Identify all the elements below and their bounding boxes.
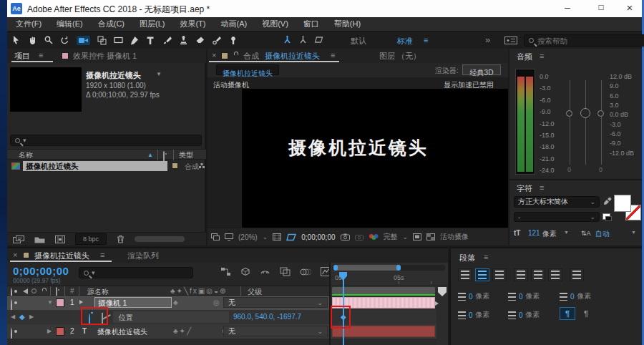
shy-layers-icon[interactable] (260, 268, 270, 276)
switches-column-icons[interactable]: ♣✦╲fx▣◎◒⊕ (170, 287, 227, 295)
motion-blur-icon[interactable] (300, 268, 311, 276)
renderer-button[interactable]: 经典3D (462, 64, 501, 75)
pen-tool[interactable] (130, 36, 139, 45)
align-center-button[interactable] (475, 268, 489, 281)
help-search-box[interactable] (524, 34, 644, 47)
preview-timecode[interactable]: 0;00;00;00 (301, 233, 335, 241)
comp-marker-bin-icon[interactable] (438, 287, 447, 296)
workspace-switcher-icon[interactable] (504, 37, 517, 44)
font-size-dropdown-arrow[interactable]: ▼ (564, 230, 569, 235)
work-area-bar[interactable] (332, 287, 435, 294)
sort-ascending-icon[interactable]: ▲ (147, 152, 153, 158)
mask-visibility-icon[interactable] (286, 233, 296, 241)
keyframe-next-icon[interactable]: ▶ (29, 314, 34, 320)
space-after-value[interactable]: 0 (519, 311, 523, 319)
monitor-icon[interactable] (225, 233, 233, 240)
property-row-position[interactable]: ◀ ◆ ▶ 位置 960.0, 540.0, -1697.7 (7, 310, 331, 324)
menu-item-view[interactable]: 视图(V) (262, 19, 288, 29)
keyframe-prev-icon[interactable]: ◀ (11, 314, 15, 320)
paragraph-panel-menu-icon[interactable]: ≡ (484, 253, 488, 261)
leading-value[interactable]: 自动 (595, 229, 610, 239)
project-comp-name-arrow[interactable]: ▼ (156, 71, 162, 77)
rectangle-tool[interactable] (114, 36, 123, 44)
character-panel-menu-icon[interactable]: ≡ (540, 183, 544, 192)
minimize-button[interactable]: – (555, 1, 580, 13)
audio-column-icon[interactable] (23, 288, 28, 294)
layer-row-text[interactable]: ▶ 2 T 摄像机拉近镜头 ♣✦╱ ⊕ ◎ 无 ⌄ (7, 324, 331, 339)
slider-track-center[interactable] (585, 80, 586, 165)
type-tool[interactable] (146, 36, 155, 45)
project-col-name[interactable]: 名称 (19, 150, 33, 160)
audio-panel-menu-icon[interactable]: ≡ (540, 52, 544, 60)
time-ruler[interactable]: 0s 05s (331, 272, 448, 286)
trash-icon[interactable] (117, 235, 125, 243)
region-of-interest-icon[interactable] (413, 233, 421, 240)
justify-all-button[interactable] (570, 268, 584, 281)
workspace-overflow[interactable]: » (485, 34, 490, 45)
tab-project[interactable]: 项目 (14, 51, 30, 62)
timeline-timecode[interactable]: 0;00;00;00 (13, 265, 69, 277)
frame-blending-icon[interactable] (280, 267, 291, 276)
layer2-expand-icon[interactable]: ▶ (47, 328, 52, 334)
keyframe-toggle-icon[interactable]: ◆ (19, 313, 25, 321)
composition-tab-menu-icon[interactable]: ≡ (331, 51, 335, 59)
hand-tool[interactable] (28, 36, 37, 45)
project-footer-scrollbar[interactable] (135, 236, 185, 242)
workspace-default[interactable]: 默认 (351, 36, 366, 47)
show-snapshot-icon[interactable] (355, 234, 364, 240)
timeline-search-box[interactable]: ▾ (79, 267, 193, 278)
slider-knob-right[interactable] (597, 110, 604, 117)
help-search-input[interactable] (537, 37, 630, 45)
tab-layer[interactable]: 图层 （无） (379, 51, 421, 62)
breadcrumb[interactable]: 摄像机拉近镜头 (216, 64, 279, 75)
menu-item-window[interactable]: 窗口 (303, 19, 319, 29)
composition-mini-flowchart-icon[interactable] (220, 267, 231, 276)
layer1-label-swatch[interactable] (56, 298, 64, 307)
always-preview-icon[interactable] (211, 233, 220, 240)
scrollbar-handle-right[interactable] (396, 265, 401, 271)
eraser-tool[interactable] (195, 36, 205, 44)
camera-view-dropdown[interactable]: 活动摄像 (440, 232, 469, 242)
leading-dropdown-arrow[interactable]: ▼ (631, 230, 636, 235)
project-item-label-swatch[interactable] (172, 162, 178, 169)
interpret-footage-icon[interactable] (13, 235, 24, 243)
slider-knob-center[interactable] (580, 108, 590, 118)
resolution-dropdown[interactable]: 完整 (384, 232, 398, 242)
align-left-button[interactable] (458, 268, 472, 281)
layer-number-column[interactable]: # (70, 287, 74, 295)
tab-effect-controls[interactable]: 效果控件 摄像机 1 (73, 51, 137, 62)
justify-last-left-button[interactable] (514, 268, 528, 281)
workspace-standard[interactable]: 标准 (397, 36, 413, 47)
space-before-value[interactable]: 0 (469, 311, 473, 319)
menu-item-file[interactable]: 文件(F) (16, 19, 42, 29)
slider-knob-left[interactable] (566, 110, 572, 117)
timeline-tab-close-icon[interactable]: × (13, 251, 17, 259)
layer2-name[interactable]: 摄像机拉近镜头 (97, 327, 147, 337)
layer1-name[interactable]: 摄像机 1 (94, 297, 172, 308)
align-right-button[interactable] (492, 268, 507, 281)
scrollbar-handle-left[interactable] (333, 265, 338, 271)
solo-column-icon[interactable] (31, 288, 36, 293)
menu-item-edit[interactable]: 编辑(E) (57, 19, 83, 29)
layer1-expand-icon[interactable]: ▼ (47, 299, 53, 306)
project-col-type[interactable]: 类型 (179, 150, 193, 160)
magnification-chevron[interactable]: ⌄ (263, 233, 268, 240)
transparency-grid-icon[interactable] (426, 233, 435, 240)
font-family-select[interactable]: 方正大标宋简体 ⌄ (514, 196, 600, 208)
menu-item-layer[interactable]: 图层(L) (140, 19, 165, 29)
slider-track-right[interactable] (601, 80, 602, 165)
default-fill-stroke-swatch[interactable] (602, 213, 610, 220)
layer1-parent-dropdown[interactable]: 无 ⌄ (223, 297, 328, 308)
grid-guides-icon[interactable] (273, 233, 281, 240)
composition-tab-name[interactable]: 摄像机拉近镜头 (265, 51, 320, 62)
camera-tool[interactable] (77, 36, 90, 45)
rotate-tool[interactable] (60, 36, 69, 45)
layer2-label-swatch[interactable] (56, 327, 64, 336)
layer-row-camera[interactable]: ▼ 1 摄像机 1 ♣ ◎ 无 ⌄ (7, 296, 331, 310)
fill-color-swatch[interactable] (614, 195, 631, 212)
indent-left-value[interactable]: 0 (469, 293, 473, 301)
eyedropper-icon[interactable] (603, 197, 612, 207)
justify-last-center-button[interactable] (531, 268, 545, 281)
direction-ltr-button[interactable]: ¶ (560, 307, 575, 320)
project-panel-menu-icon[interactable]: ≡ (39, 51, 43, 59)
